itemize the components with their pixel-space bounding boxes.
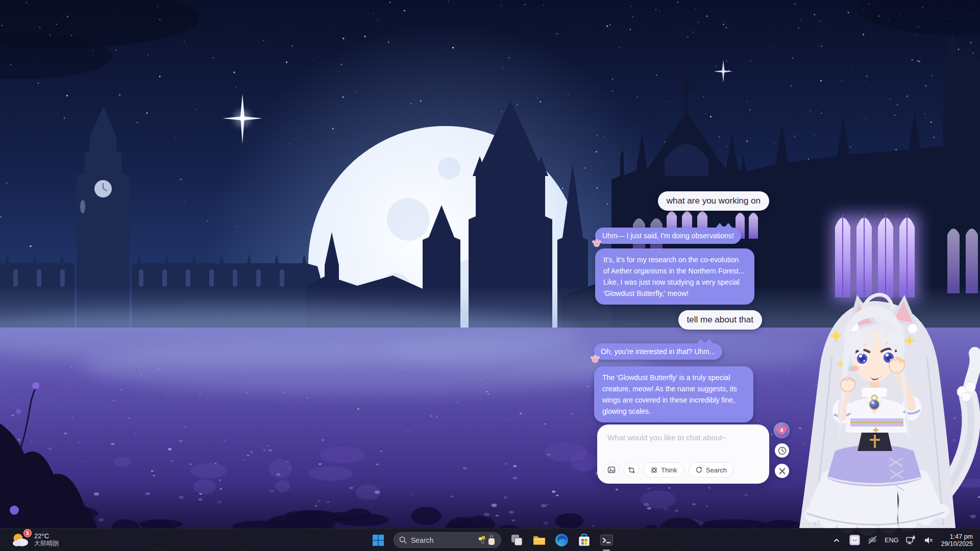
weather-condition: 大部晴朗	[34, 540, 59, 547]
taskbar-clock[interactable]: 1:47 pm 29/10/2025	[941, 533, 973, 547]
chevron-up-icon	[833, 537, 840, 544]
running-app-indicator	[603, 549, 610, 551]
tray-time: 1:47 pm	[941, 533, 973, 540]
task-view-button[interactable]	[509, 533, 524, 547]
weather-alert-badge: 5	[23, 529, 32, 537]
file-explorer-icon	[532, 533, 546, 547]
search-icon	[399, 536, 407, 544]
tray-date: 29/10/2025	[941, 540, 973, 547]
ethernet-icon	[905, 535, 916, 545]
search-highlight-bouquet-cup-icon	[477, 535, 496, 546]
weather-temperature: 22°C	[34, 532, 59, 540]
terminal-button[interactable]	[599, 533, 614, 547]
desktop: what are you working on Uhm— I just said…	[0, 0, 980, 551]
windows-logo-icon	[372, 534, 384, 546]
tray-chevron-button[interactable]	[831, 535, 842, 546]
language-indicator[interactable]: ENG	[885, 537, 898, 544]
terminal-icon	[600, 533, 614, 547]
onedrive-paused-tray-icon[interactable]	[867, 535, 878, 546]
task-view-icon	[510, 534, 523, 546]
system-tray: ENG 1:47 pm 29/10/2025	[831, 529, 973, 551]
volume-muted-icon	[923, 535, 934, 545]
microsoft-store-icon	[577, 533, 591, 547]
catgirl-avatar-icon	[849, 535, 860, 545]
companion-app-tray-icon[interactable]	[849, 535, 860, 546]
volume-muted-tray-icon[interactable]	[923, 535, 934, 546]
taskbar: 5 22°C 大部晴朗 Search	[0, 528, 980, 551]
microsoft-store-button[interactable]	[577, 533, 591, 547]
weather-widget[interactable]: 5 22°C 大部晴朗	[11, 531, 59, 549]
start-button[interactable]	[371, 533, 385, 547]
cloud-slash-icon	[867, 535, 878, 545]
edge-browser-button[interactable]	[554, 533, 569, 547]
taskbar-search-box[interactable]: Search	[394, 532, 501, 548]
taskbar-center: Search	[371, 529, 614, 551]
search-placeholder: Search	[411, 536, 473, 544]
edge-icon	[555, 533, 569, 547]
network-tray-icon[interactable]	[905, 535, 916, 546]
file-explorer-button[interactable]	[532, 533, 546, 547]
companion-character[interactable]	[0, 0, 980, 551]
